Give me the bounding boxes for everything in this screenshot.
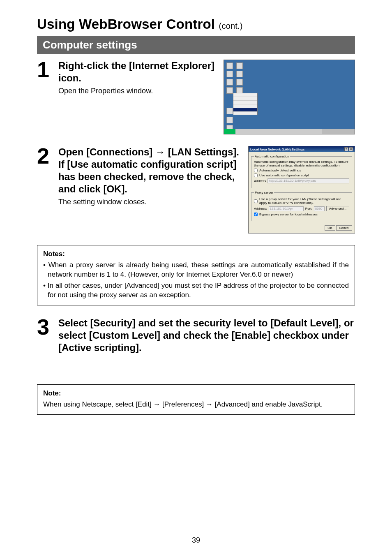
step-1: 1 Right-click the [Internet Explorer] ic… [37,60,355,134]
auto-config-desc: Automatic configuration may override man… [254,160,349,167]
proxy-legend: Proxy server [254,191,274,194]
desktop-icon [226,108,233,114]
step-1-heading: Right-click the [Internet Explorer] icon… [58,60,215,84]
step-2-heading-part1: Open [Connections] [58,146,155,157]
bypass-proxy-label: Bypass proxy server for local addresses [259,213,318,216]
page-title: Using WebBrowser Control (cont.) [37,16,355,32]
desktop-icon [236,71,243,77]
context-menu-item-selected [233,108,257,112]
step-2-desc: The setting window closes. [58,197,240,207]
auto-script-label: Use automatic configuration script [259,173,309,177]
notes-bullet: • When a proxy server is already being u… [43,261,349,280]
context-menu-item [233,104,257,108]
step-3: 3 Select [Security] and set the security… [37,317,355,356]
note-text-pre: When using Netscape, select [Edit] [43,400,153,408]
desktop-icon [236,79,243,86]
step-2: 2 Open [Connections] → [LAN Settings]. I… [37,146,355,233]
step-1-desc: Open the Properties window. [58,86,215,96]
auto-config-legend: Automatic configuration [254,155,290,158]
page-number: 39 [0,536,392,545]
proxy-port-label: Port: [305,207,312,210]
arrow-icon: → [155,146,165,157]
context-menu-item [233,93,257,97]
lan-settings-dialog: Local Area Network (LAN) Settings ?× Aut… [248,146,355,233]
desktop-icon [226,71,233,77]
proxy-address-field: 133.181.30.1/pr [269,206,304,211]
arrow-icon: → [206,400,213,408]
dialog-title: Local Area Network (LAN) Settings [250,148,304,151]
cancel-button: Cancel [336,225,352,231]
page-title-main: Using WebBrowser Control [37,16,219,32]
auto-detect-checkbox [254,169,258,172]
context-menu [233,93,258,115]
start-button [224,129,235,134]
step-3-number: 3 [37,317,58,337]
step-3-heading: Select [Security] and set the security l… [58,317,355,354]
proxy-port-field: 8080 [314,206,325,211]
context-menu-item [233,101,257,104]
use-proxy-checkbox [254,199,258,203]
note-text-mid2: [Advanced] and enable JavaScript. [213,400,323,408]
auto-detect-label: Automatically detect settings [259,169,301,172]
ok-button: OK [325,225,335,231]
advanced-button: Advanced... [326,206,349,211]
notes-title: Notes: [43,250,349,259]
notes-bullet: • In all other cases, under [Advanced] y… [43,281,349,300]
context-menu-item [233,97,257,101]
desktop-icon [226,87,233,94]
notes-box-2: Note: When using Netscape, select [Edit]… [37,384,355,415]
step-2-number: 2 [37,146,58,166]
note-text-mid1: [Preferences] [160,400,206,408]
arrow-icon: → [153,400,160,408]
close-icon: × [349,147,353,151]
system-tray [322,129,355,134]
desktop-icon [226,79,233,86]
desktop-icon [236,62,243,69]
desktop-icon [226,62,233,69]
help-icon: ? [344,147,348,151]
desktop-icon [226,117,233,123]
note-line: When using Netscape, select [Edit] → [Pr… [43,400,349,409]
auto-address-field: http://133.181.30.1/db/proxy.pac [267,178,349,183]
section-heading: Computer settings [37,36,355,54]
proxy-group: Proxy server Use a proxy server for your… [251,191,352,221]
bypass-proxy-checkbox [254,213,258,216]
proxy-address-label: Address: [254,207,267,210]
note-title: Note: [43,389,349,398]
page-title-cont: (cont.) [219,21,243,30]
auto-script-checkbox [254,173,258,177]
notes-box-1: Notes: • When a proxy server is already … [37,245,355,305]
step-1-number: 1 [37,60,58,80]
step-2-heading: Open [Connections] → [LAN Settings]. If … [58,146,240,195]
auto-address-label: Address [254,179,266,183]
auto-config-group: Automatic configuration Automatic config… [251,155,352,188]
use-proxy-label: Use a proxy server for your LAN (These s… [259,197,349,205]
dialog-titlebar: Local Area Network (LAN) Settings ?× [249,146,355,152]
desktop-screenshot [224,60,355,134]
